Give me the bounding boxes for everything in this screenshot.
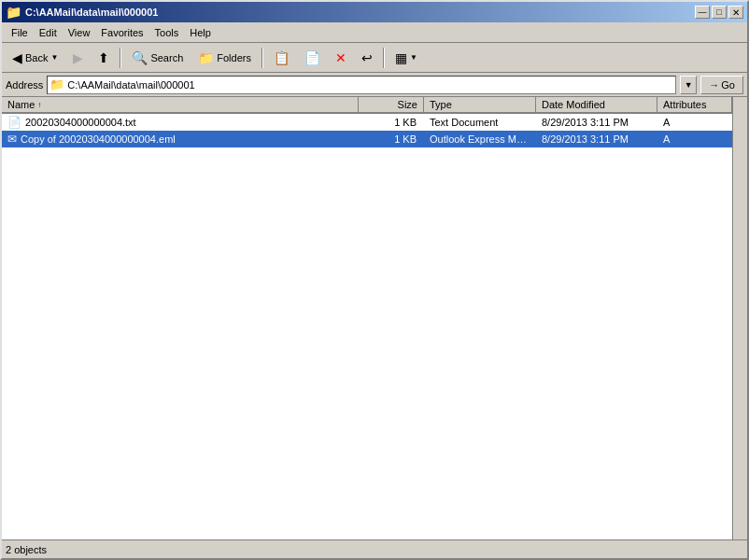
column-headers: Name ↑ Size Type Date Modified Attribute… [2, 97, 732, 114]
col-size-label: Size [398, 99, 417, 110]
back-button[interactable]: ◀ Back ▼ [6, 46, 64, 70]
copy-to-icon: 📄 [304, 50, 320, 65]
forward-button[interactable]: ▶ [66, 46, 90, 70]
scrollbar[interactable] [732, 97, 747, 539]
file-date-cell-1: 8/29/2013 3:11 PM [536, 133, 657, 146]
move-to-button[interactable]: 📋 [267, 46, 296, 70]
toolbar: ◀ Back ▼ ▶ ⬆ 🔍 Search 📁 Folders 📋 [2, 43, 747, 73]
copy-to-button[interactable]: 📄 [298, 46, 327, 70]
address-label: Address [6, 79, 43, 91]
col-header-date[interactable]: Date Modified [536, 97, 657, 113]
file-type-cell-0: Text Document [424, 116, 536, 129]
file-date-cell-0: 8/29/2013 3:11 PM [536, 116, 657, 129]
menu-tools[interactable]: Tools [149, 25, 185, 40]
up-button[interactable]: ⬆ [92, 46, 116, 70]
statusbar: 2 objects [2, 539, 747, 558]
address-input-wrap: 📁 [47, 76, 676, 94]
file-attr-cell-0: A [657, 116, 732, 129]
file-type-cell-1: Outlook Express Ma... [424, 133, 536, 146]
col-header-attr[interactable]: Attributes [657, 97, 732, 113]
go-label: Go [721, 79, 735, 91]
search-button[interactable]: 🔍 Search [125, 46, 190, 70]
menu-edit[interactable]: Edit [34, 25, 63, 40]
table-row[interactable]: ✉ Copy of 20020304000000004.eml 1 KB Out… [2, 131, 732, 147]
file-name-cell: 📄 20020304000000004.txt [2, 115, 359, 130]
file-attr-cell-1: A [657, 133, 732, 146]
views-dropdown-icon: ▼ [410, 53, 417, 62]
file-name-eml: Copy of 20020304000000004.eml [21, 133, 176, 145]
address-go-button[interactable]: → Go [700, 76, 743, 94]
back-icon: ◀ [12, 50, 22, 65]
status-text: 2 objects [6, 544, 47, 555]
address-dropdown[interactable]: ▼ [680, 76, 697, 94]
col-header-name[interactable]: Name ↑ [2, 97, 359, 113]
file-name-txt: 20020304000000004.txt [25, 117, 136, 128]
explorer-window: 📁 C:\AAMail\data\mail\000001 — □ ✕ File … [0, 0, 749, 560]
close-button[interactable]: ✕ [728, 6, 743, 19]
back-label: Back [25, 52, 48, 63]
undo-icon: ↩ [361, 50, 373, 65]
toolbar-separator-3 [383, 48, 385, 68]
file-icon-txt: 📄 [7, 116, 21, 129]
views-button[interactable]: ▦ ▼ [389, 46, 424, 70]
search-label: Search [150, 52, 183, 63]
file-icon-eml: ✉ [7, 133, 17, 146]
titlebar-left: 📁 C:\AAMail\data\mail\000001 [6, 5, 158, 20]
undo-button[interactable]: ↩ [355, 46, 379, 70]
go-arrow-icon: → [709, 79, 719, 91]
views-icon: ▦ [395, 50, 407, 65]
col-header-size[interactable]: Size [359, 97, 424, 113]
delete-icon: ✕ [335, 50, 346, 65]
content-area: Name ↑ Size Type Date Modified Attribute… [2, 97, 747, 539]
folders-icon: 📁 [198, 50, 214, 65]
delete-button[interactable]: ✕ [329, 46, 353, 70]
folders-button[interactable]: 📁 Folders [191, 46, 258, 70]
col-attr-label: Attributes [663, 99, 706, 110]
toolbar-separator-1 [120, 48, 121, 68]
titlebar-folder-icon: 📁 [6, 5, 21, 20]
titlebar-buttons: — □ ✕ [695, 6, 743, 19]
minimize-button[interactable]: — [695, 6, 710, 19]
file-name-cell: ✉ Copy of 20020304000000004.eml [2, 132, 359, 147]
file-list[interactable]: Name ↑ Size Type Date Modified Attribute… [2, 97, 732, 539]
search-icon: 🔍 [132, 50, 148, 65]
col-type-label: Type [430, 99, 452, 110]
menu-file[interactable]: File [6, 25, 34, 40]
titlebar-title: C:\AAMail\data\mail\000001 [25, 7, 158, 18]
address-folder-icon: 📁 [49, 77, 64, 91]
up-icon: ⬆ [98, 50, 109, 65]
col-header-type[interactable]: Type [424, 97, 536, 113]
col-name-sort: ↑ [37, 101, 41, 109]
menubar: File Edit View Favorites Tools Help [2, 22, 747, 43]
file-size-cell-0: 1 KB [359, 116, 424, 129]
menu-help[interactable]: Help [184, 25, 217, 40]
maximize-button[interactable]: □ [712, 6, 727, 19]
windows-logo [723, 22, 743, 43]
back-dropdown-icon: ▼ [50, 53, 58, 62]
menu-view[interactable]: View [63, 25, 96, 40]
titlebar: 📁 C:\AAMail\data\mail\000001 — □ ✕ [2, 2, 747, 22]
address-dropdown-icon: ▼ [685, 80, 693, 90]
col-date-label: Date Modified [542, 99, 605, 110]
addressbar: Address 📁 ▼ → Go [2, 73, 747, 97]
file-size-cell-1: 1 KB [359, 133, 424, 146]
forward-icon: ▶ [73, 50, 83, 65]
address-input[interactable] [67, 79, 673, 91]
col-name-label: Name [7, 99, 35, 110]
move-to-icon: 📋 [274, 50, 290, 65]
toolbar-separator-2 [261, 48, 263, 68]
menu-favorites[interactable]: Favorites [95, 25, 148, 40]
table-row[interactable]: 📄 20020304000000004.txt 1 KB Text Docume… [2, 114, 732, 131]
folders-label: Folders [217, 52, 251, 63]
